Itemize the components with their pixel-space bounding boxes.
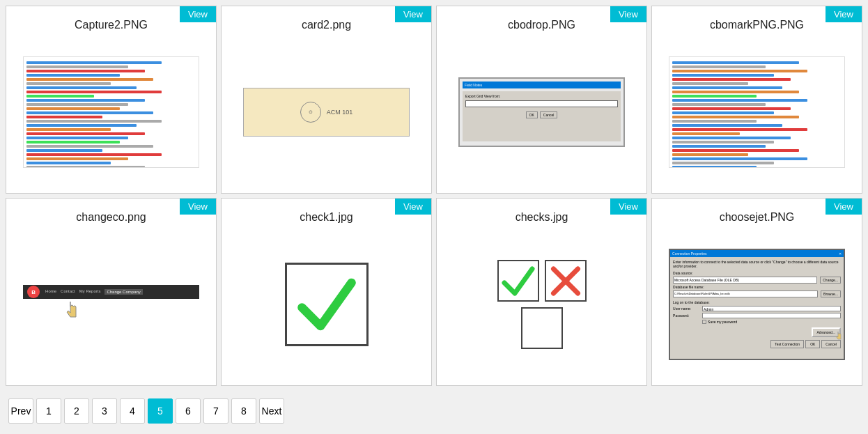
nav-item-change: Change Company [104,289,142,295]
nav-preview: B Home Contact My Reports Change Company [23,285,199,324]
card-preview-3: Field Notes Export Grid View from: OK Ca… [444,38,640,186]
card-preview-6 [228,231,424,378]
old-card-preview: ⊙ ACM 101 [243,88,410,137]
conn-adv-area: Advanced... [673,327,841,337]
gallery-grid: View Capture2.PNG [6,6,862,386]
card-text: ACM 101 [327,109,353,116]
card-title-3: cbodrop.PNG [508,19,575,31]
nav-logo: B [27,286,40,298]
view-button-6[interactable]: View [395,199,431,215]
card-title-7: checks.jpg [516,211,568,224]
conn-advanced-btn: Advanced... [812,327,841,337]
view-button-8[interactable]: View [826,199,862,215]
gallery-card-1: View Capture2.PNG [6,6,217,194]
card-seal: ⊙ [300,102,321,123]
conn-save-checkbox [702,320,706,324]
nav-items: Home Contact My Reports Change Company [45,289,143,295]
page-button-8[interactable]: 8 [231,398,256,424]
conn-datasource-input-row: Microsoft Access Database File (OLE DB) … [673,277,841,284]
conn-dialog-preview: Connection Properties ✕ Enter informatio… [669,249,845,360]
dialog-cancel-btn: Cancel [540,111,558,118]
page-button-6[interactable]: 6 [176,398,201,424]
prev-button[interactable]: Prev [8,398,33,424]
checks-preview [497,260,587,349]
gallery-card-5: View changeco.png B Home Contact My Repo… [6,198,217,386]
code-preview-1 [23,56,199,168]
view-button-7[interactable]: View [610,199,646,215]
nav-item-home: Home [45,289,56,295]
conn-user-label: User name: [673,307,701,311]
gallery-card-7: View checks.jpg [436,198,647,386]
gallery-card-2: View card2.png ⊙ ACM 101 [221,6,432,194]
dialog-title-text: Field Notes [465,83,482,87]
view-button-2[interactable]: View [395,6,431,22]
cursor-icon [65,302,82,321]
conn-save-text: Save my password [708,320,737,324]
card-title-2: card2.png [302,19,351,31]
checks-top-row [497,260,587,302]
card-title-5: changeco.png [76,211,146,224]
green-check-box [497,260,539,302]
view-button-1[interactable]: View [180,6,216,22]
gallery-card-4: View cbomarkPNG.PNG [651,6,862,194]
gallery-card-8: View choosejet.PNG Connection Properties… [651,198,862,386]
conn-datasource-row: Data source: [673,271,841,275]
view-button-5[interactable]: View [180,199,216,215]
conn-save-row: Save my password [673,320,841,324]
page-button-2[interactable]: 2 [64,398,89,424]
page-button-7[interactable]: 7 [203,398,228,424]
empty-check-box [521,307,563,349]
conn-test-btn: Test Connection [770,340,804,348]
page-button-5[interactable]: 5 [148,398,173,424]
conn-filename-input-row: C:\Resolve\Database\Rules\IP\Atlas_be.md… [673,290,841,297]
nav-item-reports: My Reports [79,289,101,295]
conn-filename-input: C:\Resolve\Database\Rules\IP\Atlas_be.md… [673,290,818,297]
gallery-card-3: View cbodrop.PNG Field Notes Export Grid… [436,6,647,194]
card-title-4: cbomarkPNG.PNG [710,19,804,31]
page-button-1[interactable]: 1 [36,398,61,424]
dialog-input [465,100,618,107]
card-title-6: check1.jpg [300,211,353,224]
conn-password-input [702,313,841,318]
conn-title-text: Connection Properties [672,251,706,256]
card-title-8: choosejet.PNG [720,211,795,224]
dialog-label: Export Grid View from: [465,94,618,98]
conn-filename-row: Database file name: [673,285,841,289]
pagination: Prev 1 2 3 4 5 6 7 8 Next [6,393,862,429]
conn-password-row: Password: [673,313,841,318]
dialog-ok-btn: OK [526,111,538,118]
page-button-4[interactable]: 4 [120,398,145,424]
card-preview-1 [13,38,209,186]
card-preview-5: B Home Contact My Reports Change Company [13,231,209,378]
dialog-titlebar: Field Notes [463,82,621,88]
view-button-3[interactable]: View [610,6,646,22]
checkmark-icon [295,277,358,332]
conn-ok-btn: OK [805,340,820,348]
nav-item-contact: Contact [61,289,75,295]
conn-password-label: Password: [673,313,701,318]
conn-browse-btn: Browse... [821,290,841,297]
card-preview-4 [659,38,855,186]
card-preview-2: ⊙ ACM 101 [228,38,424,186]
conn-body: Enter information to connect to the sele… [670,257,844,351]
nav-cursor-area [65,302,82,324]
page-button-3[interactable]: 3 [92,398,117,424]
adv-cursor-icon [835,332,844,341]
conn-filename-label: Database file name: [673,285,704,289]
conn-user-input: Admin [702,306,841,311]
view-button-4[interactable]: View [826,6,862,22]
conn-logon-label: Log on to the database: [673,300,841,304]
conn-titlebar: Connection Properties ✕ [670,250,844,257]
nav-bar: B Home Contact My Reports Change Company [23,285,199,299]
dialog-buttons: OK Cancel [465,111,618,118]
dialog-body: Export Grid View from: OK Cancel [463,91,621,141]
checkbox-preview [285,263,369,346]
green-checkmark [501,265,536,297]
card-preview-8: Connection Properties ✕ Enter informatio… [659,231,855,378]
red-x-icon [548,265,583,297]
gallery-card-6: View check1.jpg [221,198,432,386]
conn-close-icon: ✕ [839,251,842,256]
conn-change-btn: Change... [820,277,841,284]
card-title-1: Capture2.PNG [75,19,148,31]
next-button[interactable]: Next [259,398,284,424]
